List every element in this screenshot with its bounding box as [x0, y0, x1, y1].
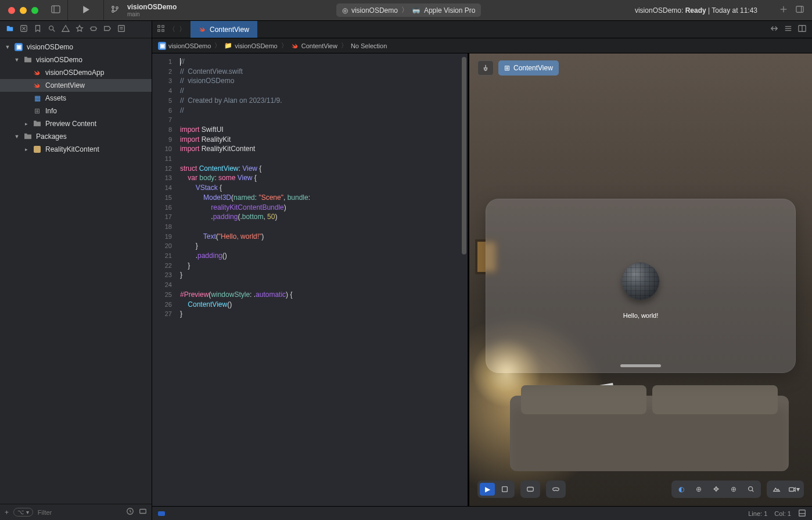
project-navigator-tab[interactable]	[6, 24, 14, 34]
svg-line-35	[752, 490, 754, 492]
scheme-name: visionOSDemo	[351, 6, 398, 15]
device-settings-button[interactable]	[523, 483, 538, 496]
dolly-camera-button[interactable]: ⊕	[726, 483, 741, 496]
scm-filter-icon[interactable]	[139, 507, 147, 517]
navigator-filter-bar: + ⌥ ▾	[0, 504, 152, 520]
source-editor[interactable]: 1234567891011121314151617181920212223242…	[152, 53, 469, 506]
pin-preview-button[interactable]	[477, 60, 494, 76]
editor-area: 〈 〉 ContentView ▣ visionOSDemo〉 📁 vision…	[152, 21, 812, 520]
titlebar: visionOSDemo main ◎ visionOSDemo 〉 🥽 App…	[0, 0, 812, 21]
camera-button[interactable]: ▾	[786, 483, 802, 496]
zoom-window[interactable]	[31, 7, 38, 14]
close-window[interactable]	[8, 7, 15, 14]
svg-rect-0	[52, 6, 60, 13]
activity-status: visionOSDemo: Ready | Today at 11:43	[635, 6, 767, 15]
minimize-window[interactable]	[20, 7, 27, 14]
add-editor-icon[interactable]	[798, 24, 806, 34]
navigator-panel: ▼▣visionOSDemo▼visionOSDemovisionOSDemoA…	[0, 21, 152, 520]
cursor-line-label: Line: 1	[748, 510, 767, 517]
branch-name-label: main	[127, 11, 177, 17]
source-control-navigator-tab[interactable]	[20, 24, 28, 34]
preview-scene: Hello, world!	[469, 53, 812, 506]
svg-rect-32	[502, 487, 508, 492]
pan-camera-button[interactable]: ✥	[709, 483, 724, 496]
tests-navigator-tab[interactable]	[76, 24, 84, 34]
tree-item-preview-content[interactable]: ▸Preview Content	[0, 117, 152, 130]
add-object-button[interactable]: ⊕	[691, 483, 706, 496]
code-content[interactable]: // // ContentView.swift // visionOSDemo …	[177, 53, 468, 506]
live-preview-button[interactable]: ▶	[480, 483, 495, 496]
related-items-icon[interactable]	[157, 24, 165, 34]
svg-line-14	[53, 30, 55, 32]
svg-point-4	[112, 10, 114, 13]
filter-scope-button[interactable]: ⌥ ▾	[13, 508, 33, 517]
find-navigator-tab[interactable]	[48, 24, 56, 34]
status-indicator[interactable]	[158, 511, 165, 516]
svg-rect-18	[118, 26, 125, 32]
tree-item-contentview[interactable]: ContentView	[0, 79, 152, 92]
svg-rect-25	[158, 30, 160, 32]
navigator-filter-input[interactable]	[38, 509, 121, 516]
svg-marker-2	[83, 6, 89, 13]
editor-vertical-scrollbar[interactable]	[459, 53, 468, 506]
jump-bar[interactable]: ▣ visionOSDemo〉 📁 visionOSDemo〉 ContentV…	[152, 38, 812, 53]
svg-point-5	[116, 7, 118, 9]
toggle-navigator-icon[interactable]	[51, 5, 60, 16]
adjust-editor-icon[interactable]	[770, 24, 778, 34]
tree-item-realitykitcontent[interactable]: ▸RealityKitContent	[0, 143, 152, 156]
project-name-label: visionOSDemo	[127, 3, 177, 11]
svg-rect-22	[140, 510, 146, 514]
svg-rect-24	[162, 26, 164, 28]
zoom-button[interactable]	[743, 483, 759, 496]
scheme-app-icon: ◎	[342, 6, 348, 15]
branch-icon[interactable]	[111, 5, 121, 15]
svg-rect-33	[527, 487, 534, 492]
selectable-preview-button[interactable]	[497, 483, 512, 496]
svg-point-13	[49, 26, 53, 30]
svg-rect-23	[158, 26, 160, 28]
add-target-button[interactable]: +	[5, 508, 9, 517]
run-button[interactable]	[70, 5, 101, 16]
editor-tab-contentview[interactable]: ContentView	[191, 21, 257, 38]
debug-navigator-tab[interactable]	[89, 24, 98, 34]
recent-filter-icon[interactable]	[126, 507, 134, 517]
source-control-info[interactable]: visionOSDemo main	[121, 3, 182, 17]
window-traffic-lights	[0, 7, 46, 14]
visionos-window: Hello, world!	[486, 199, 796, 373]
issues-navigator-tab[interactable]	[62, 24, 70, 34]
window-grab-handle	[620, 364, 661, 367]
editor-options-icon[interactable]	[784, 24, 792, 34]
preview-view-icon: ⊞	[504, 64, 510, 72]
tree-item-visionosdemo[interactable]: ▼visionOSDemo	[0, 53, 152, 66]
environment-button[interactable]	[769, 483, 784, 496]
vision-pro-button[interactable]	[548, 483, 563, 496]
svg-point-3	[112, 6, 114, 9]
nav-back-button[interactable]: 〈	[168, 24, 175, 34]
hello-text-label: Hello, world!	[486, 312, 796, 319]
nav-forward-button[interactable]: 〉	[179, 24, 186, 34]
line-number-gutter: 1234567891011121314151617181920212223242…	[152, 53, 177, 506]
swift-file-icon	[291, 41, 299, 51]
library-button[interactable]	[796, 5, 804, 15]
reports-navigator-tab[interactable]	[117, 24, 125, 34]
breakpoints-navigator-tab[interactable]	[103, 24, 112, 34]
scheme-selector[interactable]: ◎ visionOSDemo 〉 🥽 Apple Vision Pro	[336, 3, 482, 17]
tree-item-info[interactable]: ⊞Info	[0, 105, 152, 117]
preview-canvas[interactable]: Hello, world! ⊞ ContentView ▶	[469, 53, 812, 506]
project-navigator-tree: ▼▣visionOSDemo▼visionOSDemovisionOSDemoA…	[0, 38, 152, 504]
tree-item-visionosdemoapp[interactable]: visionOSDemoApp	[0, 66, 152, 79]
tree-item-assets[interactable]: ▦Assets	[0, 92, 152, 105]
orbit-camera-button[interactable]: ◐	[674, 483, 689, 496]
bookmarks-navigator-tab[interactable]	[34, 24, 42, 34]
svg-rect-8	[796, 6, 803, 13]
toggle-debug-area-icon[interactable]	[798, 509, 806, 518]
svg-rect-36	[789, 487, 794, 491]
svg-rect-15	[91, 27, 96, 30]
tree-item-visionosdemo[interactable]: ▼▣visionOSDemo	[0, 41, 152, 53]
editor-tabbar: 〈 〉 ContentView	[152, 21, 812, 38]
tree-item-packages[interactable]: ▼Packages	[0, 130, 152, 143]
svg-rect-37	[799, 510, 806, 516]
tab-title: ContentView	[210, 26, 249, 34]
add-button[interactable]	[779, 5, 788, 15]
preview-selector-chip[interactable]: ⊞ ContentView	[498, 60, 559, 76]
